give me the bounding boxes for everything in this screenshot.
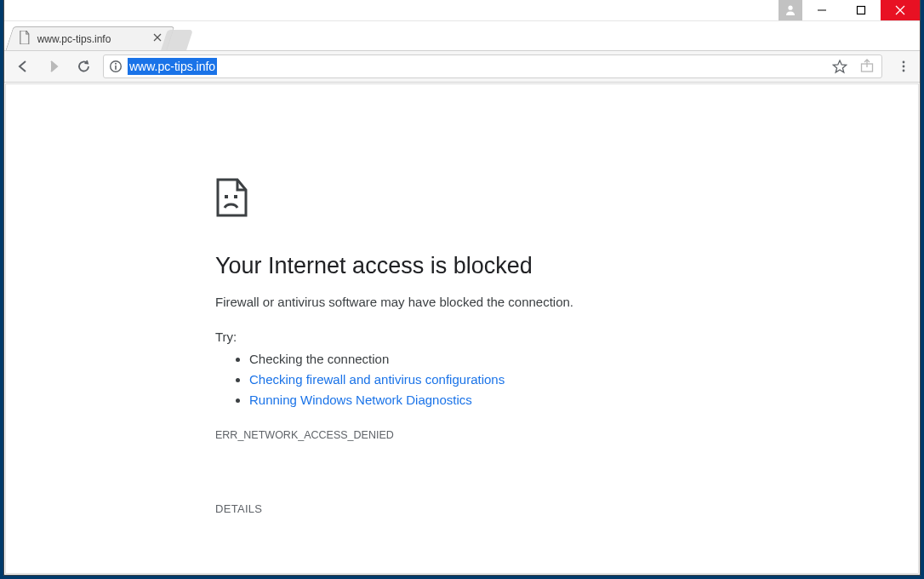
window-close-button[interactable] [881, 0, 920, 20]
suggestion-list: Checking the connection Checking firewal… [215, 349, 709, 410]
svg-point-0 [788, 6, 792, 10]
svg-point-12 [903, 66, 905, 68]
tab-strip: www.pc-tips.info [4, 21, 920, 50]
page-icon [19, 31, 31, 47]
suggestion-link[interactable]: Running Windows Network Diagnostics [249, 393, 472, 407]
list-item: Checking firewall and antivirus configur… [249, 370, 709, 390]
reload-icon [77, 59, 92, 74]
svg-point-8 [115, 63, 117, 65]
tab-title: www.pc-tips.info [37, 33, 111, 45]
svg-rect-9 [115, 66, 117, 70]
list-item: Checking the connection [249, 349, 709, 370]
browser-window: www.pc-tips.info [3, 0, 921, 576]
share-icon [859, 59, 875, 74]
maximize-icon [856, 5, 866, 15]
svg-point-13 [903, 70, 905, 72]
window-maximize-button[interactable] [841, 0, 881, 20]
close-icon [895, 5, 905, 15]
arrow-left-icon [15, 59, 31, 74]
details-button[interactable]: DETAILS [215, 502, 262, 515]
tab-close-button[interactable] [153, 32, 162, 44]
star-icon [832, 59, 847, 74]
info-icon [109, 60, 123, 73]
close-icon [153, 33, 162, 42]
arrow-right-icon [46, 59, 61, 74]
share-button[interactable] [858, 57, 876, 76]
reload-button[interactable] [72, 54, 96, 78]
address-bar[interactable]: www.pc-tips.info [103, 54, 882, 78]
window-user-button[interactable] [779, 0, 802, 20]
svg-point-11 [903, 61, 905, 64]
browser-tab[interactable]: www.pc-tips.info [5, 26, 174, 50]
kebab-icon [897, 60, 910, 73]
new-tab-button[interactable] [161, 30, 193, 50]
minimize-icon [817, 5, 827, 15]
back-button[interactable] [11, 54, 35, 78]
window-minimize-button[interactable] [802, 0, 841, 20]
toolbar: www.pc-tips.info [4, 50, 920, 83]
list-item: Running Windows Network Diagnostics [249, 390, 709, 410]
sad-page-icon [215, 178, 709, 221]
bookmark-button[interactable] [830, 57, 849, 76]
error-page: Your Internet access is blocked Firewall… [198, 84, 726, 550]
site-info-button[interactable] [109, 60, 123, 73]
url-text[interactable]: www.pc-tips.info [128, 58, 217, 75]
svg-rect-14 [225, 195, 228, 198]
error-subtitle: Firewall or antivirus software may have … [215, 295, 709, 309]
window-titlebar [4, 0, 920, 21]
svg-rect-2 [858, 7, 865, 14]
error-title: Your Internet access is blocked [215, 253, 709, 279]
error-code: ERR_NETWORK_ACCESS_DENIED [215, 429, 709, 441]
try-label: Try: [215, 330, 709, 344]
forward-button[interactable] [42, 54, 66, 78]
viewport: Your Internet access is blocked Firewall… [5, 83, 919, 574]
suggestion-link[interactable]: Checking firewall and antivirus configur… [249, 372, 505, 387]
svg-rect-15 [234, 195, 237, 198]
browser-menu-button[interactable] [894, 57, 913, 76]
user-icon [784, 4, 796, 16]
